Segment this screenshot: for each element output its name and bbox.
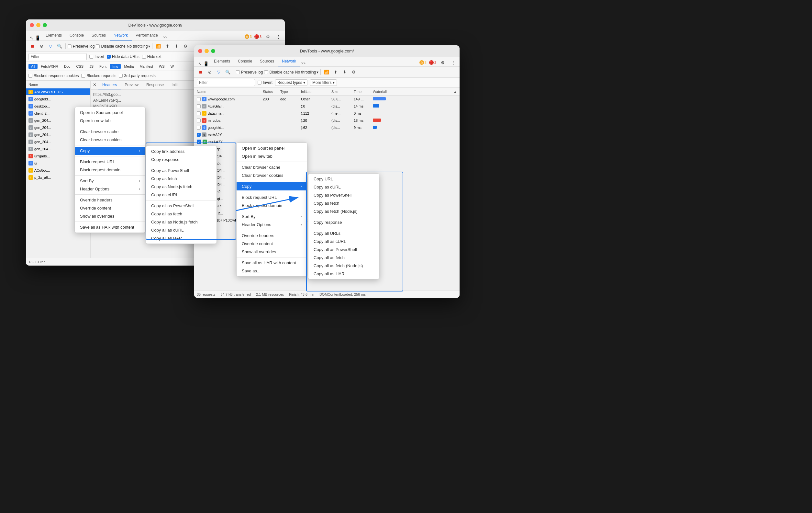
menu2-copy[interactable]: Copy ›: [237, 182, 307, 190]
hide-ext-check-1[interactable]: Hide ext: [142, 54, 162, 59]
menu2-clear-cache[interactable]: Clear browser cache: [237, 163, 307, 171]
submenu2-copy-all-urls[interactable]: Copy all URLs: [309, 229, 379, 237]
settings-icon-2[interactable]: ⚙: [439, 59, 446, 66]
net-row-5[interactable]: ✓ o rs=AA2Y...: [194, 131, 460, 138]
menu-clear-cache-1[interactable]: Clear browser cache: [75, 128, 145, 136]
submenu2-copy-all-har[interactable]: Copy all as HAR: [309, 270, 379, 278]
close-button-1[interactable]: [30, 23, 34, 27]
export-icon-1[interactable]: ⬆: [164, 43, 171, 50]
preserve-log-check-1[interactable]: Preserve log: [68, 44, 94, 49]
menu2-open-tab[interactable]: Open in new tab: [237, 152, 307, 160]
menu-clear-cookies-1[interactable]: Clear browser cookies: [75, 136, 145, 144]
menu-open-sources-1[interactable]: Open in Sources panel: [75, 108, 145, 116]
table-row-1[interactable]: d googleld...: [26, 96, 90, 103]
tab-more-2[interactable]: >>: [300, 60, 307, 66]
submenu2-copy-fetch-nodejs[interactable]: Copy as fetch (Node.js): [309, 207, 379, 215]
submenu-copy-all-nodejs-1[interactable]: Copy all as Node.js fetch: [146, 218, 216, 226]
network-icon-1[interactable]: 📶: [154, 43, 162, 50]
menu2-override-headers[interactable]: Override headers: [237, 232, 307, 240]
blocked-requests-check-1[interactable]: Blocked requests: [81, 74, 116, 78]
disable-cache-checkbox-2[interactable]: [264, 70, 268, 74]
tab-more-1[interactable]: >>: [162, 34, 169, 40]
throttle-select-2[interactable]: No throttling ▾: [295, 70, 319, 75]
menu-open-tab-1[interactable]: Open in new tab: [75, 116, 145, 125]
filter-icon-1[interactable]: ▽: [47, 43, 54, 50]
network-icon-2[interactable]: 📶: [323, 68, 330, 76]
detail-tab-response-1[interactable]: Response: [142, 81, 168, 89]
detail-tab-preview-1[interactable]: Preview: [121, 81, 142, 89]
maximize-button-2[interactable]: [211, 49, 215, 53]
net-row-6[interactable]: ✓ x rs=AA2Y...: [194, 138, 460, 145]
submenu2-copy-curl[interactable]: Copy as cURL: [309, 183, 379, 191]
throttle-select-1[interactable]: No throttling ▾: [127, 44, 150, 49]
menu-block-url-1[interactable]: Block request URL: [75, 158, 145, 166]
record-stop-icon-1[interactable]: ⏹: [28, 43, 36, 50]
submenu-copy-fetch-1[interactable]: Copy as fetch: [146, 174, 216, 183]
net-row-7[interactable]: d desktop...: [194, 145, 460, 153]
type-btn-css-1[interactable]: CSS: [74, 64, 86, 69]
menu2-open-sources[interactable]: Open in Sources panel: [237, 144, 307, 152]
menu2-save-as[interactable]: Save as...: [237, 267, 307, 275]
submenu2-copy-all-curl[interactable]: Copy all as cURL: [309, 237, 379, 245]
tab-sources-1[interactable]: Sources: [88, 31, 110, 40]
type-btn-font-1[interactable]: Font: [97, 64, 109, 69]
disable-cache-checkbox-1[interactable]: [96, 44, 100, 48]
type-btn-w-1[interactable]: W: [168, 64, 176, 69]
tab-performance-1[interactable]: Performance: [132, 31, 162, 40]
menu2-block-domain[interactable]: Block request domain: [237, 201, 307, 210]
more-icon-2[interactable]: ⋮: [449, 59, 457, 66]
submenu2-copy-url[interactable]: Copy URL: [309, 175, 379, 183]
preserve-log-checkbox-2[interactable]: [236, 70, 240, 74]
submenu2-copy-all-fetch[interactable]: Copy all as fetch: [309, 253, 379, 262]
invert-checkbox-1[interactable]: [89, 55, 93, 59]
menu-save-har-1[interactable]: Save all as HAR with content: [75, 223, 145, 231]
tab-network-2[interactable]: Network: [278, 57, 300, 66]
menu-header-options-1[interactable]: Header Options ›: [75, 185, 145, 193]
maximize-button-1[interactable]: [43, 23, 47, 27]
hide-data-checkbox-1[interactable]: ✓: [107, 55, 111, 59]
request-types-dropdown-2[interactable]: Request types ▾: [275, 79, 308, 86]
third-party-check-1[interactable]: 3rd-party requests: [119, 74, 155, 78]
tab-sources-2[interactable]: Sources: [256, 57, 278, 66]
detail-tab-headers-1[interactable]: Headers: [98, 81, 121, 89]
net-row-10[interactable]: o gen_204...: [194, 167, 460, 174]
menu2-sort-by[interactable]: Sort By ›: [237, 212, 307, 220]
close-button-2[interactable]: [198, 49, 202, 53]
preserve-log-checkbox-1[interactable]: [68, 44, 71, 48]
menu-override-content-1[interactable]: Override content: [75, 204, 145, 212]
filter-input-1[interactable]: [28, 53, 87, 60]
minimize-button-2[interactable]: [205, 49, 209, 53]
tab-console-1[interactable]: Console: [66, 31, 88, 40]
submenu2-copy-fetch[interactable]: Copy as fetch: [309, 199, 379, 207]
submenu-copy-link-1[interactable]: Copy link address: [146, 147, 216, 156]
import-icon-2[interactable]: ⬇: [341, 68, 349, 76]
net-row-3[interactable]: s m=cdos... ):20 (dis... 18 ms: [194, 117, 460, 124]
table-row-0[interactable]: i ANLem4YsD...US: [26, 88, 90, 96]
invert-check-1[interactable]: Invert: [89, 54, 104, 59]
hide-data-check-1[interactable]: ✓ Hide data URLs: [107, 54, 140, 59]
menu-sort-by-1[interactable]: Sort By ›: [75, 177, 145, 185]
submenu-copy-all-har-1[interactable]: Copy all as HAR: [146, 234, 216, 242]
menu2-header-options[interactable]: Header Options ›: [237, 220, 307, 228]
submenu2-copy-powershell[interactable]: Copy as PowerShell: [309, 191, 379, 199]
net-row-0[interactable]: d www.google.com 200 doc Other 56.6... 1…: [194, 96, 460, 103]
net-row-8[interactable]: o gen_204...: [194, 153, 460, 160]
menu-block-domain-1[interactable]: Block request domain: [75, 166, 145, 174]
type-btn-fetchxhr-1[interactable]: Fetch/XHR: [38, 64, 61, 69]
filter-input-2[interactable]: [197, 79, 255, 86]
minimize-button-1[interactable]: [36, 23, 40, 27]
disable-cache-check-1[interactable]: Disable cache: [96, 44, 125, 49]
submenu-copy-nodejs-1[interactable]: Copy as Node.js fetch: [146, 183, 216, 191]
clear-icon-1[interactable]: ⊘: [37, 43, 45, 50]
tab-console-2[interactable]: Console: [234, 57, 256, 66]
filter-icon-2[interactable]: ▽: [215, 68, 223, 76]
settings2-icon-2[interactable]: ⚙: [350, 68, 358, 76]
menu-copy-1[interactable]: Copy ›: [75, 147, 145, 155]
type-btn-manifest-1[interactable]: Manifest: [137, 64, 156, 69]
type-btn-js-1[interactable]: JS: [87, 64, 96, 69]
submenu-copy-all-curl-1[interactable]: Copy all as cURL: [146, 226, 216, 234]
net-row-9[interactable]: s cb=gapi...: [194, 160, 460, 167]
menu2-override-content[interactable]: Override content: [237, 240, 307, 248]
menu-show-overrides-1[interactable]: Show all overrides: [75, 212, 145, 220]
detail-tab-initiator-1[interactable]: Initi: [168, 81, 181, 89]
